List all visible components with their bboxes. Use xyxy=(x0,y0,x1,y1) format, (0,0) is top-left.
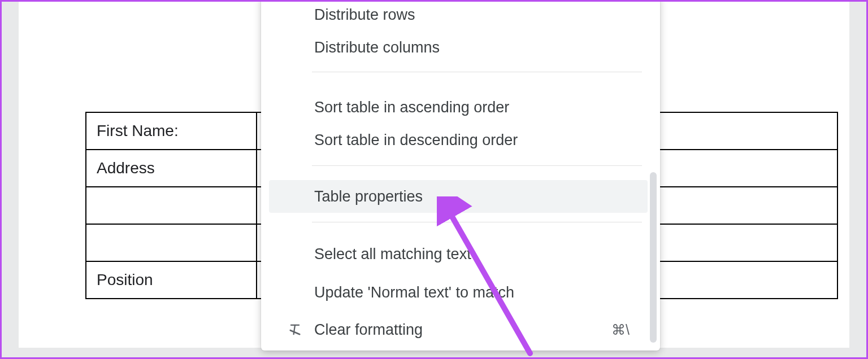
menu-item-table-properties[interactable]: Table properties xyxy=(269,180,648,213)
menu-item-distribute-columns[interactable]: Distribute columns xyxy=(269,31,648,64)
menu-item-update-normal[interactable]: Update 'Normal text' to match xyxy=(269,276,648,309)
clear-formatting-icon xyxy=(286,321,304,339)
table-cell[interactable] xyxy=(86,224,257,261)
menu-item-select-matching[interactable]: Select all matching text xyxy=(269,238,648,270)
context-menu: Distribute rows Distribute columns Sort … xyxy=(261,0,660,351)
menu-scrollbar[interactable] xyxy=(650,172,657,343)
menu-divider xyxy=(312,165,642,166)
menu-divider xyxy=(312,222,642,222)
menu-item-label: Distribute columns xyxy=(314,39,440,56)
menu-item-label: Sort table in descending order xyxy=(314,132,518,149)
table-cell[interactable]: Position xyxy=(86,261,257,299)
menu-item-sort-descending[interactable]: Sort table in descending order xyxy=(269,124,648,156)
table-cell[interactable]: Address xyxy=(86,150,257,187)
table-cell[interactable]: First Name: xyxy=(86,112,257,150)
menu-item-label: Clear formatting xyxy=(314,321,423,339)
menu-item-label: Update 'Normal text' to match xyxy=(314,284,514,301)
menu-item-label: Sort table in ascending order xyxy=(314,99,509,116)
menu-item-clear-formatting[interactable]: Clear formatting ⌘\ xyxy=(269,313,648,346)
menu-item-sort-ascending[interactable]: Sort table in ascending order xyxy=(269,91,648,124)
menu-item-shortcut: ⌘\ xyxy=(611,322,630,338)
menu-item-distribute-rows[interactable]: Distribute rows xyxy=(269,0,648,31)
menu-item-label: Select all matching text xyxy=(314,246,471,263)
menu-item-label: Distribute rows xyxy=(314,6,415,24)
table-cell[interactable] xyxy=(86,187,257,224)
menu-item-label: Table properties xyxy=(314,188,423,205)
menu-divider xyxy=(312,72,642,72)
